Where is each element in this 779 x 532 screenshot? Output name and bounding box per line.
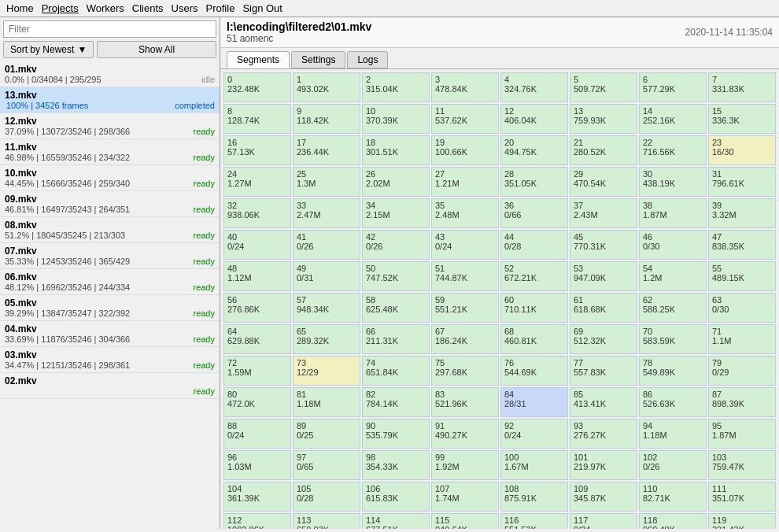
segment-cell[interactable]: 66211.31K: [362, 324, 430, 354]
segment-cell[interactable]: 69512.32K: [570, 324, 637, 354]
segment-cell[interactable]: 58625.48K: [362, 293, 430, 323]
segment-cell[interactable]: 28351.05K: [500, 167, 568, 197]
segment-cell[interactable]: 961.03M: [223, 450, 291, 480]
segment-cell[interactable]: 10370.39K: [362, 104, 430, 134]
segment-cell[interactable]: 77557.83K: [570, 356, 637, 386]
file-item[interactable]: 08.mkv51.2% | 18045/35245 | 213/303ready: [0, 217, 220, 243]
segment-cell[interactable]: 60710.11K: [500, 293, 568, 323]
segment-cell[interactable]: 381.87M: [639, 198, 707, 228]
segment-cell[interactable]: 18301.51K: [362, 135, 430, 165]
segment-cell[interactable]: 91490.27K: [431, 419, 499, 449]
segment-cell[interactable]: 440/28: [500, 230, 568, 260]
segment-cell[interactable]: 1121002.86K: [223, 513, 291, 529]
file-item[interactable]: 05.mkv39.29% | 13847/35247 | 322/392read…: [0, 295, 220, 321]
segment-cell[interactable]: 2316/30: [708, 135, 776, 165]
segment-cell[interactable]: 31796.61K: [708, 167, 776, 197]
show-all-button[interactable]: Show All: [97, 41, 216, 58]
segment-cell[interactable]: 104361.39K: [223, 482, 291, 512]
file-item[interactable]: 13.mkv100% | 34526 framescompleted: [0, 87, 220, 113]
segment-cell[interactable]: 360/66: [500, 198, 568, 228]
segment-cell[interactable]: 811.18M: [293, 387, 360, 417]
segment-cell[interactable]: 50747.52K: [362, 261, 430, 291]
segment-cell[interactable]: 57948.34K: [293, 293, 360, 323]
segment-cell[interactable]: 76544.69K: [500, 356, 568, 386]
segment-cell[interactable]: 1001.67M: [500, 450, 568, 480]
segment-cell[interactable]: 111351.07K: [708, 482, 776, 512]
segment-cell[interactable]: 393.32M: [708, 198, 776, 228]
segment-cell[interactable]: 115940.64K: [431, 513, 499, 529]
file-item[interactable]: 11.mkv46.98% | 16559/35246 | 234/322read…: [0, 139, 220, 165]
segment-cell[interactable]: 890/25: [293, 419, 360, 449]
segment-cell[interactable]: 116551.53K: [500, 513, 568, 529]
segment-cell[interactable]: 1071.74M: [431, 482, 499, 512]
segment-cell[interactable]: 630/30: [708, 293, 776, 323]
file-item[interactable]: 12.mkv37.09% | 13072/35246 | 298/366read…: [0, 113, 220, 139]
segment-cell[interactable]: 98354.33K: [362, 450, 430, 480]
segment-cell[interactable]: 82784.14K: [362, 387, 430, 417]
segment-cell[interactable]: 32938.06K: [223, 198, 291, 228]
file-item[interactable]: 02.mkvready: [0, 373, 220, 399]
nav-item-users[interactable]: Users: [172, 2, 198, 14]
segment-cell[interactable]: 8428/31: [500, 387, 568, 417]
segment-cell[interactable]: 14252.16K: [639, 104, 707, 134]
tab-settings[interactable]: Settings: [291, 51, 345, 68]
segment-cell[interactable]: 103759.47K: [708, 450, 776, 480]
nav-item-sign-out[interactable]: Sign Out: [242, 2, 282, 14]
segment-cell[interactable]: 51744.87K: [431, 261, 499, 291]
segment-cell[interactable]: 251.3M: [293, 167, 360, 197]
file-item[interactable]: 04.mkv33.69% | 11876/35246 | 304/366read…: [0, 321, 220, 347]
file-item[interactable]: 06.mkv48.12% | 16962/35246 | 244/334read…: [0, 269, 220, 295]
segment-cell[interactable]: 410/26: [293, 230, 360, 260]
segment-cell[interactable]: 420/26: [362, 230, 430, 260]
file-item[interactable]: 01.mkv0.0% | 0/34084 | 295/295idle: [0, 61, 220, 87]
segment-cell[interactable]: 880/24: [223, 419, 291, 449]
segment-cell[interactable]: 0232.48K: [223, 72, 291, 102]
nav-item-profile[interactable]: Profile: [206, 2, 235, 14]
segment-cell[interactable]: 970/65: [293, 450, 360, 480]
segment-cell[interactable]: 47838.35K: [708, 230, 776, 260]
segment-cell[interactable]: 790/29: [708, 356, 776, 386]
segment-cell[interactable]: 85413.41K: [570, 387, 637, 417]
segment-cell[interactable]: 20494.75K: [500, 135, 568, 165]
segment-cell[interactable]: 241.27M: [223, 167, 291, 197]
segment-cell[interactable]: 541.2M: [639, 261, 707, 291]
segment-cell[interactable]: 67186.24K: [431, 324, 499, 354]
segment-cell[interactable]: 75297.68K: [431, 356, 499, 386]
segment-cell[interactable]: 53947.09K: [570, 261, 637, 291]
segment-cell[interactable]: 11537.62K: [431, 104, 499, 134]
segment-cell[interactable]: 108875.91K: [500, 482, 568, 512]
segment-cell[interactable]: 951.87M: [708, 419, 776, 449]
segment-cell[interactable]: 17236.44K: [293, 135, 360, 165]
sort-button[interactable]: Sort by Newest ▼: [3, 41, 94, 58]
segment-cell[interactable]: 22716.56K: [639, 135, 707, 165]
segment-cell[interactable]: 86526.63K: [639, 387, 707, 417]
segment-cell[interactable]: 21280.52K: [570, 135, 637, 165]
segment-cell[interactable]: 62588.25K: [639, 293, 707, 323]
segment-cell[interactable]: 1170/24: [570, 513, 637, 529]
segment-cell[interactable]: 118960.40K: [639, 513, 707, 529]
segment-cell[interactable]: 101219.97K: [570, 450, 637, 480]
segment-cell[interactable]: 941.18M: [639, 419, 707, 449]
segment-cell[interactable]: 7312/29: [293, 356, 360, 386]
segment-cell[interactable]: 59551.21K: [431, 293, 499, 323]
segment-cell[interactable]: 78549.89K: [639, 356, 707, 386]
segment-cell[interactable]: 1050/28: [293, 482, 360, 512]
tab-logs[interactable]: Logs: [347, 51, 388, 68]
nav-item-projects[interactable]: Projects: [42, 2, 79, 14]
segment-cell[interactable]: 460/30: [639, 230, 707, 260]
segment-cell[interactable]: 56276.86K: [223, 293, 291, 323]
segment-cell[interactable]: 119321.43K: [708, 513, 776, 529]
segment-cell[interactable]: 490/31: [293, 261, 360, 291]
filter-input[interactable]: [3, 20, 216, 38]
segment-cell[interactable]: 52672.21K: [500, 261, 568, 291]
tab-segments[interactable]: Segments: [227, 51, 290, 68]
segment-cell[interactable]: 65289.32K: [293, 324, 360, 354]
file-item[interactable]: 10.mkv44.45% | 15666/35246 | 259/340read…: [0, 165, 220, 191]
segment-cell[interactable]: 15336.3K: [708, 104, 776, 134]
segment-cell[interactable]: 5509.72K: [570, 72, 637, 102]
segment-cell[interactable]: 6577.29K: [639, 72, 707, 102]
segment-cell[interactable]: 30438.19K: [639, 167, 707, 197]
segment-cell[interactable]: 61618.68K: [570, 293, 637, 323]
segment-cell[interactable]: 1020/26: [639, 450, 707, 480]
segment-cell[interactable]: 991.92M: [431, 450, 499, 480]
